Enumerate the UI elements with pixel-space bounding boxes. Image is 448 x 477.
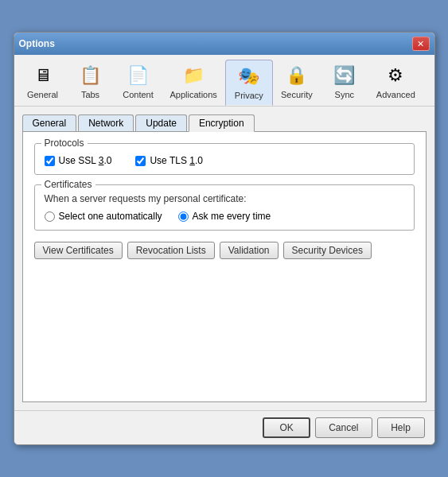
protocols-row: Use SSL 3.0 Use TLS 1.0 [45, 155, 404, 166]
radio-ask-every-time: Ask me every time [178, 211, 271, 222]
protocols-title: Protocols [41, 138, 88, 149]
privacy-icon: 🎭 [236, 64, 262, 89]
security-icon: 🔒 [284, 63, 310, 88]
radio-select-auto-label: Select one automatically [59, 211, 162, 222]
toolbar-label-sync: Sync [335, 90, 354, 99]
security-devices-button[interactable]: Security Devices [283, 242, 372, 259]
tab-update[interactable]: Update [135, 114, 187, 131]
toolbar-item-privacy[interactable]: 🎭 Privacy [225, 60, 273, 106]
general-icon: 🖥 [30, 63, 56, 88]
applications-icon: 📁 [181, 63, 206, 88]
ssl-checkbox[interactable] [45, 156, 55, 166]
tls-underline: 1 [189, 155, 195, 166]
ssl-underline: 3 [99, 155, 104, 166]
toolbar-label-content: Content [123, 90, 154, 99]
radio-select-auto: Select one automatically [45, 211, 162, 222]
options-window: Options ✕ 🖥 General 📋 Tabs 📄 Content 📁 A… [14, 32, 435, 445]
toolbar-item-security[interactable]: 🔒 Security [273, 60, 321, 106]
toolbar-item-applications[interactable]: 📁 Applications [162, 60, 225, 106]
toolbar-item-sync[interactable]: 🔄 Sync [321, 60, 368, 106]
tls-checkbox-item: Use TLS 1.0 [135, 155, 203, 166]
certificates-group: Certificates When a server requests my p… [34, 184, 415, 231]
encryption-panel: Protocols Use SSL 3.0 Use TLS 1.0 Certif… [22, 132, 427, 402]
sub-tabs-bar: General Network Update Encryption [22, 114, 427, 132]
view-certificates-button[interactable]: View Certificates [34, 242, 123, 259]
cert-buttons-row: View Certificates Revocation Lists Valid… [34, 242, 415, 259]
toolbar-item-advanced[interactable]: ⚙ Advanced [368, 60, 423, 106]
tab-general[interactable]: General [22, 114, 77, 131]
radio-select-auto-input[interactable] [45, 211, 55, 222]
content-area: General Network Update Encryption Protoc… [14, 107, 434, 410]
toolbar: 🖥 General 📋 Tabs 📄 Content 📁 Application… [14, 55, 434, 107]
sync-icon: 🔄 [332, 63, 357, 88]
toolbar-item-tabs[interactable]: 📋 Tabs [67, 60, 115, 106]
toolbar-label-tabs: Tabs [81, 90, 99, 99]
toolbar-item-content[interactable]: 📄 Content [115, 60, 162, 106]
cancel-button[interactable]: Cancel [315, 417, 372, 438]
title-bar: Options ✕ [14, 33, 434, 55]
help-button[interactable]: Help [377, 417, 425, 438]
validation-button[interactable]: Validation [220, 242, 279, 259]
radio-row: Select one automatically Ask me every ti… [45, 211, 404, 222]
toolbar-label-general: General [27, 90, 58, 99]
toolbar-item-general[interactable]: 🖥 General [19, 60, 67, 106]
tab-encryption[interactable]: Encryption [189, 114, 255, 132]
protocols-group: Protocols Use SSL 3.0 Use TLS 1.0 [34, 143, 415, 175]
toolbar-label-advanced: Advanced [376, 90, 415, 99]
ssl-label: Use SSL 3.0 [59, 155, 112, 166]
cert-description: When a server requests my personal certi… [45, 193, 404, 204]
tabs-icon: 📋 [78, 63, 103, 88]
title-controls: ✕ [412, 37, 430, 51]
close-button[interactable]: ✕ [412, 37, 430, 51]
certificates-title: Certificates [41, 179, 95, 190]
advanced-icon: ⚙ [383, 63, 408, 88]
toolbar-label-privacy: Privacy [235, 91, 263, 100]
ok-button[interactable]: OK [263, 417, 310, 438]
content-icon: 📄 [126, 63, 151, 88]
tls-checkbox[interactable] [135, 156, 146, 166]
toolbar-label-applications: Applications [170, 90, 217, 99]
toolbar-label-security: Security [281, 90, 313, 99]
ssl-checkbox-item: Use SSL 3.0 [45, 155, 112, 166]
revocation-lists-button[interactable]: Revocation Lists [127, 242, 215, 259]
tls-label: Use TLS 1.0 [150, 155, 203, 166]
radio-ask-every-time-input[interactable] [178, 211, 189, 222]
window-title: Options [19, 38, 55, 49]
tab-network[interactable]: Network [78, 114, 134, 131]
bottom-bar: OK Cancel Help [14, 410, 434, 444]
radio-ask-every-time-label: Ask me every time [193, 211, 271, 222]
